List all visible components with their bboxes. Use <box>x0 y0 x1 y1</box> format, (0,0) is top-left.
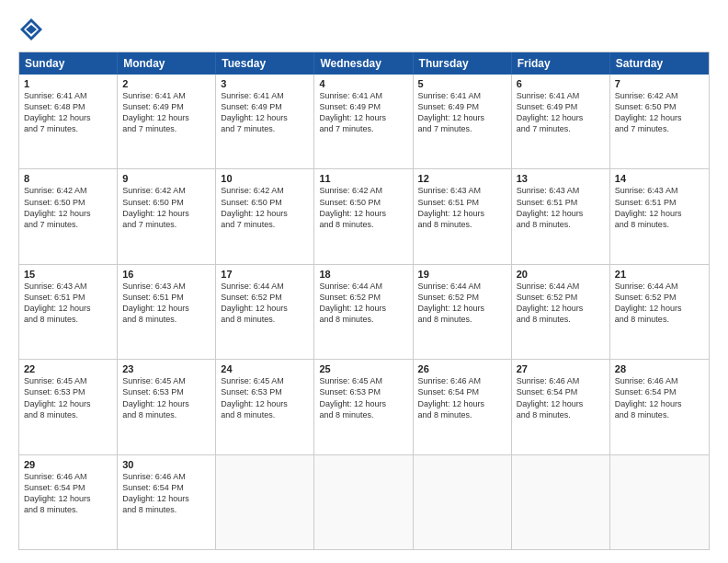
cell-line: Daylight: 12 hours <box>319 208 407 219</box>
day-number: 26 <box>418 363 506 374</box>
cell-line: Sunrise: 6:42 AM <box>24 185 112 196</box>
cell-line: and 8 minutes. <box>517 314 605 325</box>
cal-cell-day-20: 20Sunrise: 6:44 AMSunset: 6:52 PMDayligh… <box>512 265 610 359</box>
cell-line: Daylight: 12 hours <box>615 112 704 123</box>
cell-line: Sunset: 6:54 PM <box>24 482 112 493</box>
cell-line: Sunset: 6:49 PM <box>418 101 506 112</box>
cal-cell-day-22: 22Sunrise: 6:45 AMSunset: 6:53 PMDayligh… <box>19 360 118 454</box>
cell-line: Sunrise: 6:44 AM <box>517 281 605 292</box>
cell-line: Sunset: 6:53 PM <box>221 386 309 397</box>
cell-line: Daylight: 12 hours <box>122 398 210 409</box>
cell-line: Daylight: 12 hours <box>517 208 605 219</box>
cell-line: Sunrise: 6:41 AM <box>319 90 407 101</box>
cal-cell-empty <box>314 455 413 549</box>
cell-line: Daylight: 12 hours <box>24 112 112 123</box>
cal-cell-day-3: 3Sunrise: 6:41 AMSunset: 6:49 PMDaylight… <box>216 75 314 168</box>
cell-line: and 8 minutes. <box>221 314 309 325</box>
header-cell-thursday: Thursday <box>414 52 512 75</box>
calendar-body: 1Sunrise: 6:41 AMSunset: 6:48 PMDaylight… <box>19 75 709 549</box>
header-cell-wednesday: Wednesday <box>314 52 413 75</box>
day-number: 1 <box>24 78 112 89</box>
cal-cell-day-19: 19Sunrise: 6:44 AMSunset: 6:52 PMDayligh… <box>414 265 512 359</box>
cell-line: Daylight: 12 hours <box>418 303 506 314</box>
cell-line: Sunset: 6:54 PM <box>122 482 210 493</box>
cell-line: Sunrise: 6:43 AM <box>615 185 704 196</box>
cell-line: and 7 minutes. <box>24 219 112 230</box>
cell-line: and 8 minutes. <box>517 409 605 420</box>
cell-line: and 8 minutes. <box>24 504 112 515</box>
day-number: 30 <box>122 459 210 470</box>
cell-line: Sunset: 6:54 PM <box>517 386 605 397</box>
cal-cell-day-26: 26Sunrise: 6:46 AMSunset: 6:54 PMDayligh… <box>414 360 512 454</box>
cal-cell-day-25: 25Sunrise: 6:45 AMSunset: 6:53 PMDayligh… <box>314 360 413 454</box>
day-number: 25 <box>319 363 407 374</box>
calendar-row-1: 8Sunrise: 6:42 AMSunset: 6:50 PMDaylight… <box>19 168 709 263</box>
cell-line: Sunset: 6:49 PM <box>319 101 407 112</box>
day-number: 4 <box>319 78 407 89</box>
cell-line: and 8 minutes. <box>517 219 605 230</box>
cell-line: Sunrise: 6:43 AM <box>24 281 112 292</box>
cell-line: Daylight: 12 hours <box>24 493 112 504</box>
header-cell-sunday: Sunday <box>19 52 118 75</box>
cell-line: Daylight: 12 hours <box>221 112 309 123</box>
cal-cell-day-10: 10Sunrise: 6:42 AMSunset: 6:50 PMDayligh… <box>216 169 314 263</box>
cell-line: Sunrise: 6:46 AM <box>122 471 210 482</box>
cal-cell-day-23: 23Sunrise: 6:45 AMSunset: 6:53 PMDayligh… <box>118 360 216 454</box>
cell-line: and 8 minutes. <box>221 409 309 420</box>
cell-line: and 8 minutes. <box>319 219 407 230</box>
cell-line: Daylight: 12 hours <box>122 208 210 219</box>
cell-line: Sunset: 6:50 PM <box>221 197 309 208</box>
calendar-row-4: 29Sunrise: 6:46 AMSunset: 6:54 PMDayligh… <box>19 454 709 549</box>
cal-cell-day-16: 16Sunrise: 6:43 AMSunset: 6:51 PMDayligh… <box>118 265 216 359</box>
cell-line: Sunset: 6:51 PM <box>122 292 210 303</box>
cell-line: Sunrise: 6:41 AM <box>418 90 506 101</box>
cal-cell-day-28: 28Sunrise: 6:46 AMSunset: 6:54 PMDayligh… <box>610 360 709 454</box>
cal-cell-empty <box>216 455 314 549</box>
cell-line: Sunrise: 6:44 AM <box>418 281 506 292</box>
cell-line: Sunrise: 6:45 AM <box>24 375 112 386</box>
cell-line: and 8 minutes. <box>319 314 407 325</box>
cal-cell-day-18: 18Sunrise: 6:44 AMSunset: 6:52 PMDayligh… <box>314 265 413 359</box>
cell-line: Sunrise: 6:46 AM <box>418 375 506 386</box>
day-number: 20 <box>517 269 605 280</box>
cell-line: and 7 minutes. <box>517 123 605 134</box>
cell-line: Sunrise: 6:46 AM <box>517 375 605 386</box>
cell-line: Sunset: 6:54 PM <box>418 386 506 397</box>
cal-cell-empty <box>414 455 512 549</box>
cell-line: Daylight: 12 hours <box>418 112 506 123</box>
cell-line: Sunrise: 6:43 AM <box>517 185 605 196</box>
cell-line: Sunrise: 6:45 AM <box>122 375 210 386</box>
cal-cell-day-9: 9Sunrise: 6:42 AMSunset: 6:50 PMDaylight… <box>118 169 216 263</box>
cell-line: Daylight: 12 hours <box>122 303 210 314</box>
cell-line: Sunset: 6:49 PM <box>221 101 309 112</box>
cell-line: Sunset: 6:50 PM <box>615 101 704 112</box>
cal-cell-day-12: 12Sunrise: 6:43 AMSunset: 6:51 PMDayligh… <box>414 169 512 263</box>
cell-line: Sunset: 6:50 PM <box>319 197 407 208</box>
day-number: 2 <box>122 78 210 89</box>
cal-cell-day-6: 6Sunrise: 6:41 AMSunset: 6:49 PMDaylight… <box>512 75 610 168</box>
day-number: 13 <box>517 173 605 184</box>
day-number: 5 <box>418 78 506 89</box>
cell-line: Sunset: 6:52 PM <box>221 292 309 303</box>
cell-line: Sunrise: 6:44 AM <box>221 281 309 292</box>
cell-line: Sunset: 6:51 PM <box>517 197 605 208</box>
cal-cell-day-15: 15Sunrise: 6:43 AMSunset: 6:51 PMDayligh… <box>19 265 118 359</box>
cal-cell-empty <box>512 455 610 549</box>
cell-line: and 7 minutes. <box>122 123 210 134</box>
cell-line: and 8 minutes. <box>122 314 210 325</box>
day-number: 19 <box>418 269 506 280</box>
cell-line: and 8 minutes. <box>418 314 506 325</box>
cal-cell-day-24: 24Sunrise: 6:45 AMSunset: 6:53 PMDayligh… <box>216 360 314 454</box>
day-number: 12 <box>418 173 506 184</box>
cal-cell-day-21: 21Sunrise: 6:44 AMSunset: 6:52 PMDayligh… <box>610 265 709 359</box>
calendar-row-3: 22Sunrise: 6:45 AMSunset: 6:53 PMDayligh… <box>19 359 709 454</box>
cell-line: Sunrise: 6:45 AM <box>221 375 309 386</box>
cell-line: and 8 minutes. <box>418 219 506 230</box>
cell-line: Sunrise: 6:41 AM <box>221 90 309 101</box>
cell-line: and 8 minutes. <box>122 409 210 420</box>
cell-line: Daylight: 12 hours <box>418 398 506 409</box>
cell-line: Daylight: 12 hours <box>517 303 605 314</box>
day-number: 22 <box>24 363 112 374</box>
cal-cell-day-14: 14Sunrise: 6:43 AMSunset: 6:51 PMDayligh… <box>610 169 709 263</box>
cal-cell-day-17: 17Sunrise: 6:44 AMSunset: 6:52 PMDayligh… <box>216 265 314 359</box>
